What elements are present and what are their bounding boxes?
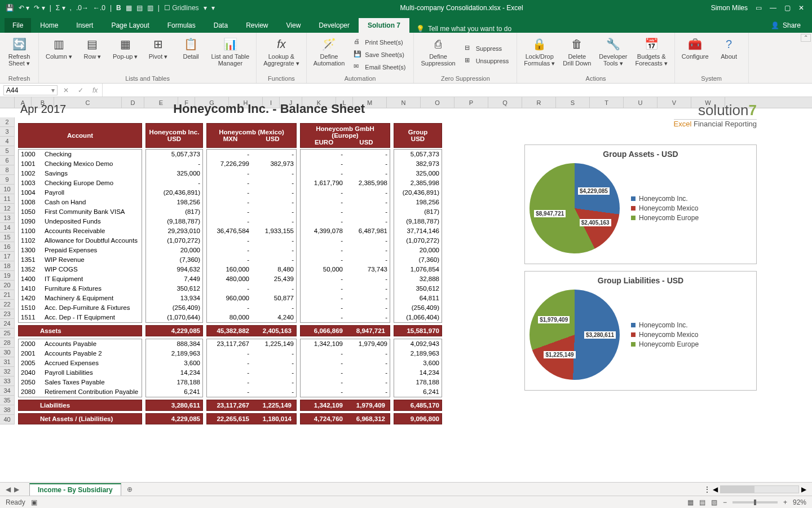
tab-home[interactable]: Home (31, 18, 67, 33)
data-cell[interactable]: -- (301, 294, 390, 303)
data-cell[interactable]: -- (207, 368, 296, 378)
comma-icon[interactable]: , (70, 4, 72, 12)
data-cell[interactable]: (256,409) (394, 303, 442, 313)
popup-button[interactable]: ▦Pop-up ▾ (112, 35, 139, 74)
data-cell[interactable]: 36,476,5841,933,155 (207, 226, 296, 236)
data-cell[interactable]: 20,000 (146, 246, 202, 255)
data-cell[interactable]: -- (301, 217, 390, 226)
account-row[interactable]: 2050Sales Taxes Payable (19, 378, 142, 387)
sigma-icon[interactable]: Σ ▾ (56, 4, 65, 12)
data-cell[interactable]: 64,811 (394, 294, 442, 303)
tab-pagelayout[interactable]: Page Layout (102, 18, 158, 33)
user-name[interactable]: Simon Miles (711, 4, 748, 12)
data-cell[interactable]: 325,000 (394, 169, 442, 178)
data-cell[interactable]: 80,0004,240 (207, 313, 296, 322)
chart-group-liabilities[interactable]: Group Liabilities - USD $3,280,611$1,225… (524, 271, 757, 391)
row-button[interactable]: ▤Row ▾ (79, 35, 106, 74)
hscrollbar[interactable] (720, 485, 799, 493)
tab-data[interactable]: Data (205, 18, 237, 33)
data-cell[interactable]: 350,612 (146, 284, 202, 294)
border2-icon[interactable]: ▤ (136, 4, 143, 12)
account-row[interactable]: 1420Machinery & Equipment (19, 294, 142, 303)
maximize-icon[interactable]: ▢ (784, 4, 791, 12)
account-row[interactable]: 1510Acc. Dep-Furniture & Fixtures (19, 303, 142, 313)
data-cell[interactable]: (9,188,787) (146, 217, 202, 226)
data-cell[interactable]: 994,632 (146, 265, 202, 274)
data-cell[interactable]: 5,057,373 (394, 150, 442, 159)
data-cell[interactable]: (1,070,272) (146, 236, 202, 246)
data-cell[interactable]: -- (301, 255, 390, 265)
data-cell[interactable]: 2,189,963 (146, 349, 202, 358)
data-cell[interactable]: 3,600 (146, 358, 202, 368)
macro-record-icon[interactable]: ▣ (31, 498, 37, 506)
data-cell[interactable]: -- (207, 387, 296, 397)
data-cell[interactable]: -- (207, 255, 296, 265)
data-cell[interactable]: 14,234 (394, 368, 442, 378)
define-automation-button[interactable]: 🪄Define Automation (312, 35, 346, 74)
zoom-level[interactable]: 92% (793, 498, 806, 506)
data-cell[interactable]: -- (207, 198, 296, 207)
data-cell[interactable]: -- (207, 246, 296, 255)
data-cell[interactable]: 6,241 (146, 387, 202, 397)
data-cell[interactable]: -- (301, 236, 390, 246)
data-cell[interactable]: -- (301, 198, 390, 207)
data-cell[interactable]: 888,384 (146, 339, 202, 349)
data-cell[interactable]: 178,188 (146, 378, 202, 387)
data-cell[interactable]: 480,00025,439 (207, 274, 296, 284)
data-cell[interactable]: 14,234 (146, 368, 202, 378)
account-row[interactable]: 2000Accounts Payable (19, 339, 142, 349)
view-normal-icon[interactable]: ▦ (687, 498, 694, 506)
tab-insert[interactable]: Insert (67, 18, 102, 33)
share-button[interactable]: 👤Share (764, 18, 807, 33)
border3-icon[interactable]: ▥ (147, 4, 153, 12)
zoom-slider[interactable] (732, 501, 778, 503)
account-row[interactable]: 1300Prepaid Expenses (19, 246, 142, 255)
data-cell[interactable]: 32,888 (394, 274, 442, 284)
list-table-manager-button[interactable]: 📊List and Table Manager (210, 35, 251, 74)
redo-icon[interactable]: ↷ ▾ (34, 4, 45, 12)
data-cell[interactable]: -- (207, 349, 296, 358)
data-cell[interactable]: 350,612 (394, 284, 442, 294)
column-button[interactable]: ▥Column ▾ (45, 35, 73, 74)
data-cell[interactable]: (1,066,404) (394, 313, 442, 322)
data-cell[interactable]: (9,188,787) (394, 217, 442, 226)
gridlines-toggle[interactable]: ☐ Gridlines (164, 4, 199, 12)
bold-icon[interactable]: B (116, 4, 121, 12)
chevron-down-icon[interactable]: ▾ (51, 86, 55, 94)
account-row[interactable]: 1351WIP Revenue (19, 255, 142, 265)
data-cell[interactable]: 4,399,0786,487,981 (301, 226, 390, 236)
data-cell[interactable]: 20,000 (394, 246, 442, 255)
account-row[interactable]: 1100Accounts Receivable (19, 226, 142, 236)
data-cell[interactable]: -- (207, 217, 296, 226)
print-sheets-button[interactable]: 🖨Print Sheet(s) (351, 37, 408, 48)
bordermore-icon[interactable]: ▾ (211, 4, 215, 12)
tab-developer[interactable]: Developer (310, 18, 359, 33)
unsuppress-button[interactable]: ⊞Unsuppress (462, 55, 511, 67)
account-row[interactable]: 1352WIP COGS (19, 265, 142, 274)
data-cell[interactable]: 1,076,854 (394, 265, 442, 274)
data-cell[interactable]: -- (301, 188, 390, 198)
data-cell[interactable]: -- (301, 387, 390, 397)
view-pagebreak-icon[interactable]: ▧ (711, 498, 717, 506)
zoom-in-icon[interactable]: + (783, 498, 787, 506)
tab-nav-prev-icon[interactable]: ◀ (6, 485, 11, 493)
account-row[interactable]: 1400IT Equipment (19, 274, 142, 284)
data-cell[interactable]: 2,385,998 (394, 178, 442, 188)
sheet-tab-active[interactable]: Income - By Subsidiary (29, 483, 121, 496)
data-cell[interactable]: 198,256 (394, 198, 442, 207)
data-cell[interactable]: (7,360) (146, 255, 202, 265)
account-row[interactable]: 1000Checking (19, 150, 142, 159)
data-cell[interactable]: -- (207, 150, 296, 159)
account-row[interactable]: 1004Payroll (19, 188, 142, 198)
data-cell[interactable]: -- (301, 284, 390, 294)
data-cell[interactable]: -- (207, 188, 296, 198)
data-cell[interactable]: -- (301, 358, 390, 368)
data-cell[interactable]: -- (301, 150, 390, 159)
data-cell[interactable]: 5,057,373 (146, 150, 202, 159)
data-cell[interactable]: 960,00050,877 (207, 294, 296, 303)
save-icon[interactable]: 💾 (6, 4, 14, 12)
about-button[interactable]: ?About (716, 35, 743, 74)
tab-nav-next-icon[interactable]: ▶ (14, 485, 19, 493)
lock-drop-formulas-button[interactable]: 🔒Lock/Drop Formulas ▾ (523, 35, 556, 74)
ribbon-display-icon[interactable]: ▭ (756, 4, 762, 12)
